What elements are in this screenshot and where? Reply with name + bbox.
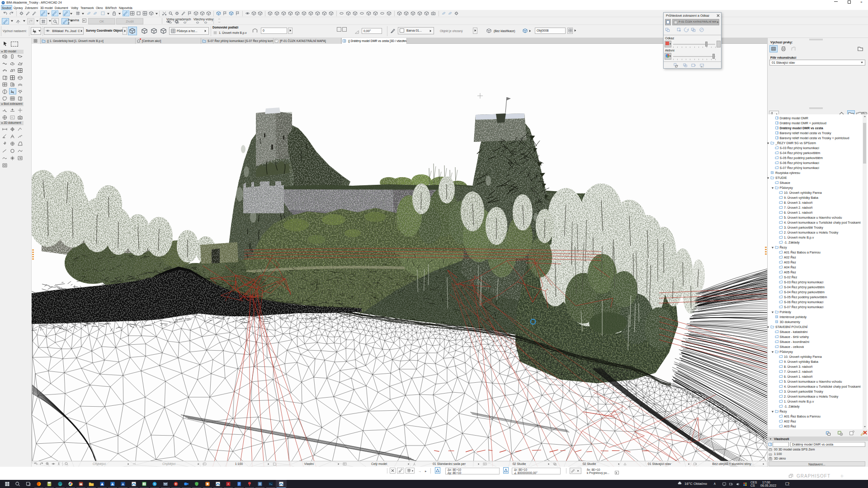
svg-text:A: A xyxy=(228,483,229,485)
svg-text:18: 18 xyxy=(143,483,146,485)
svg-text:S: S xyxy=(154,483,156,485)
